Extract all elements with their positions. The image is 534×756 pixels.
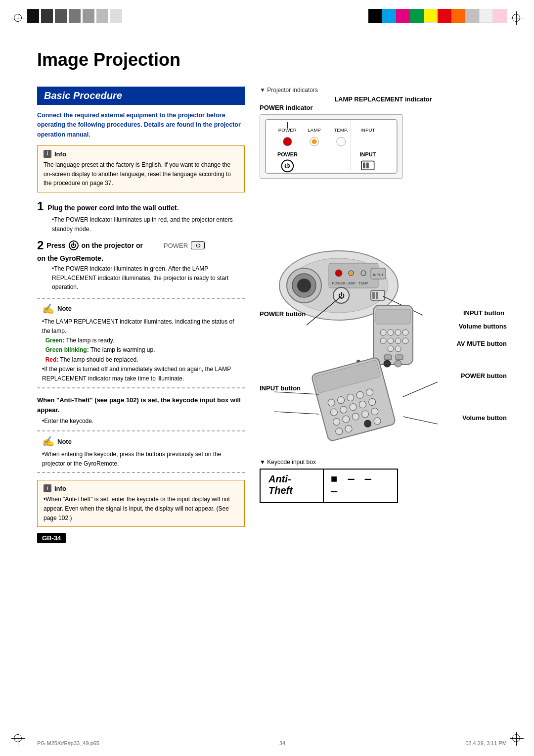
page-number-badge: GB-34 bbox=[37, 534, 245, 542]
volume-buttons-label: Volume buttons bbox=[459, 323, 507, 330]
svg-text:LAMP: LAMP bbox=[308, 127, 321, 133]
step2-title-part3: on the GyroRemote. bbox=[37, 254, 103, 262]
info-box-2: i Info •When "Anti-Theft" is set, enter … bbox=[37, 480, 245, 527]
note-header-2: ✍ Note bbox=[42, 435, 240, 447]
step2-title-part1: Press bbox=[46, 241, 65, 249]
av-mute-label: AV MUTE button bbox=[456, 340, 507, 347]
svg-point-51 bbox=[395, 346, 401, 352]
svg-point-44 bbox=[395, 330, 401, 335]
color-bar bbox=[368, 9, 507, 23]
input-button-label: INPUT button bbox=[463, 309, 504, 317]
step2-remote-prefix: POWER bbox=[164, 242, 188, 249]
page-footer: PG-M25X#E#p33_49.p65 34 02.4.29, 3:11 PM bbox=[37, 740, 507, 746]
svg-point-48 bbox=[395, 338, 401, 344]
note-box-1: ✍ Note •The LAMP REPLACEMENT indicator i… bbox=[37, 298, 245, 388]
step1-body: •The POWER indicator illuminates up in r… bbox=[37, 215, 245, 234]
info-icon-2: i bbox=[44, 484, 51, 492]
svg-rect-36 bbox=[372, 292, 375, 299]
svg-point-49 bbox=[402, 338, 408, 344]
info-text-2: •When "Anti-Theft" is set, enter the key… bbox=[44, 495, 238, 522]
keycode-section-label: ▼ Keycode input box bbox=[260, 459, 507, 466]
svg-point-24 bbox=[335, 270, 342, 277]
note-icon-1: ✍ bbox=[42, 303, 54, 315]
svg-point-43 bbox=[388, 330, 394, 335]
svg-point-47 bbox=[388, 338, 394, 344]
right-column: ▼ Projector indicators LAMP REPLACEMENT … bbox=[260, 87, 507, 721]
svg-line-80 bbox=[403, 382, 438, 397]
power-button2-label: POWER button bbox=[461, 372, 507, 379]
step-2: 2 Press ⏻ on the projector or POWER ⏻ on… bbox=[37, 239, 245, 292]
step2-title-part2: on the projector or bbox=[82, 241, 143, 249]
gyroremote-svg bbox=[260, 355, 447, 444]
projector-svg: POWER LAMP TEMP INPUT ⏻ bbox=[260, 187, 447, 370]
svg-point-50 bbox=[388, 346, 394, 352]
reg-mark-bl bbox=[14, 734, 22, 742]
anti-theft-heading: When "Anti-Theft" (see page 102) is set,… bbox=[37, 395, 245, 415]
svg-rect-37 bbox=[376, 292, 378, 299]
step1-number: 1 bbox=[37, 199, 44, 213]
note-icon-2: ✍ bbox=[42, 435, 54, 447]
svg-point-46 bbox=[380, 338, 386, 344]
step2-number: 2 bbox=[37, 239, 44, 251]
indicator-panel-svg: POWER LAMP TEMP. INPUT POWER INPUT ⏻ bbox=[260, 114, 403, 179]
reg-mark-br bbox=[512, 734, 520, 742]
svg-line-79 bbox=[274, 412, 319, 414]
info-header-1: i Info bbox=[44, 150, 238, 158]
section-title: Basic Procedure bbox=[37, 87, 245, 105]
step2-power-icon: ⏻ bbox=[69, 240, 79, 250]
info-header-2: i Info bbox=[44, 484, 238, 492]
note-box-2: ✍ Note •When entering the keycode, press… bbox=[37, 430, 245, 473]
step-1: 1 Plug the power cord into the wall outl… bbox=[37, 199, 245, 234]
svg-text:⏻: ⏻ bbox=[284, 162, 290, 169]
info-icon-1: i bbox=[44, 150, 51, 158]
svg-rect-16 bbox=[366, 162, 369, 168]
step2-remote-icon: ⏻ bbox=[191, 241, 205, 249]
info-text-1: The language preset at the factory is En… bbox=[44, 160, 238, 188]
power-button-label: POWER button bbox=[260, 310, 306, 318]
svg-text:POWER: POWER bbox=[332, 282, 345, 285]
power-indicator-label: POWER indicator bbox=[260, 104, 507, 111]
keycode-text: Anti-Theft bbox=[261, 470, 324, 502]
footer-right: 02.4.29, 3:11 PM bbox=[465, 740, 507, 746]
keycode-box: Anti-Theft ■ — — — bbox=[260, 469, 398, 503]
svg-point-42 bbox=[380, 330, 386, 335]
volume-button2-label: Volume button bbox=[462, 414, 507, 422]
svg-point-4 bbox=[283, 137, 292, 146]
keycode-section: ▼ Keycode input box Anti-Theft ■ — — — bbox=[260, 459, 507, 503]
svg-text:LAMP: LAMP bbox=[346, 282, 356, 285]
step1-title: Plug the power cord into the wall outlet… bbox=[47, 204, 178, 212]
svg-text:INPUT: INPUT bbox=[360, 151, 376, 157]
note2-content: •When entering the keycode, press the bu… bbox=[42, 450, 240, 468]
footer-center: 34 bbox=[279, 740, 285, 746]
info-box-1: i Info The language preset at the factor… bbox=[37, 145, 245, 192]
svg-rect-15 bbox=[363, 162, 365, 168]
printer-marks-left bbox=[27, 9, 122, 23]
left-column: Basic Procedure Connect the required ext… bbox=[37, 87, 245, 721]
svg-point-26 bbox=[350, 272, 353, 275]
proj-indicators-label: ▼ Projector indicators bbox=[260, 87, 507, 94]
note1-content: •The LAMP REPLACEMENT indicator illumina… bbox=[42, 317, 240, 383]
note-header-1: ✍ Note bbox=[42, 303, 240, 315]
svg-text:INPUT: INPUT bbox=[373, 273, 384, 277]
svg-line-81 bbox=[403, 417, 438, 424]
lamp-replacement-label: LAMP REPLACEMENT indicator bbox=[260, 95, 507, 103]
projector-remote-diagram: POWER LAMP TEMP INPUT ⏻ bbox=[260, 187, 507, 370]
step2-body: •The POWER indicator illuminates in gree… bbox=[37, 264, 245, 292]
intro-text: Connect the required external equipment … bbox=[37, 111, 245, 140]
reg-mark-tl bbox=[14, 14, 22, 22]
svg-text:INPUT: INPUT bbox=[360, 127, 375, 133]
footer-left: PG-M25X#E#p33_49.p65 bbox=[37, 740, 99, 746]
gyroremote-diagram: INPUT button POWER button Volume button bbox=[260, 355, 507, 454]
svg-point-22 bbox=[297, 279, 311, 292]
keycode-slots: ■ — — — bbox=[324, 470, 397, 502]
svg-point-45 bbox=[402, 330, 408, 335]
svg-text:TEMP: TEMP bbox=[358, 282, 368, 285]
input-button2-label: INPUT button bbox=[260, 384, 301, 392]
page-title: Image Projection bbox=[37, 49, 180, 70]
svg-line-78 bbox=[274, 392, 319, 394]
svg-text:POWER: POWER bbox=[277, 151, 298, 157]
anti-theft-section: When "Anti-Theft" (see page 102) is set,… bbox=[37, 395, 245, 425]
reg-mark-tr bbox=[512, 14, 520, 22]
svg-text:TEMP.: TEMP. bbox=[334, 127, 348, 133]
anti-theft-enter: •Enter the keycode. bbox=[37, 418, 245, 425]
